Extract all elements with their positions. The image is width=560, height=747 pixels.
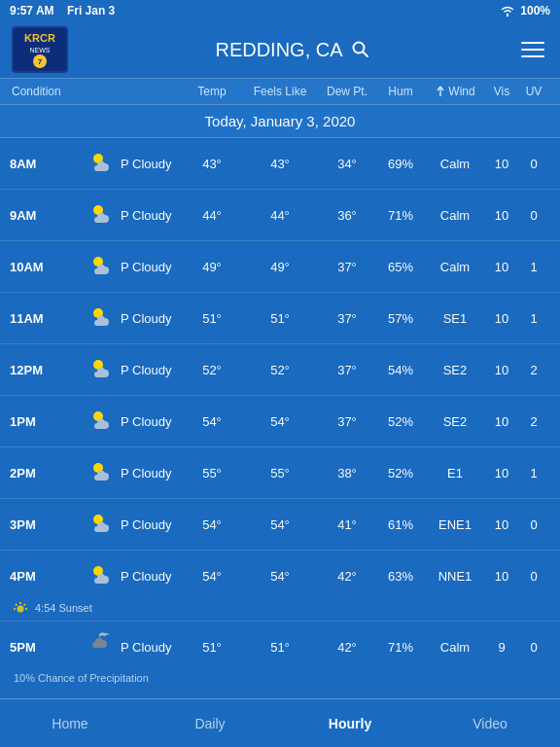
menu-button[interactable] bbox=[517, 38, 548, 61]
weather-icon bbox=[86, 252, 115, 281]
svg-line-22 bbox=[16, 604, 18, 606]
condition-cell: P Cloudy bbox=[86, 458, 183, 487]
status-icons: 100% bbox=[500, 4, 550, 18]
table-row: 11AM P Cloudy 51° 51° 37° 57% SE1 10 1 bbox=[0, 293, 560, 344]
condition-text: P Cloudy bbox=[121, 208, 172, 223]
battery-level: 100% bbox=[520, 4, 550, 18]
col-feels-like: Feels Like bbox=[241, 85, 319, 98]
vis-cell: 10 bbox=[484, 157, 519, 171]
menu-icon bbox=[521, 55, 544, 57]
table-row: 9AM P Cloudy 44° 44° 36° 71% Calm 10 0 bbox=[0, 190, 560, 241]
tab-daily[interactable]: Daily bbox=[140, 699, 280, 747]
svg-text:NEWS: NEWS bbox=[30, 47, 51, 53]
dew-pt-cell: 41° bbox=[319, 517, 375, 532]
date-header-text: Today, January 3, 2020 bbox=[205, 113, 356, 129]
wind-cell: ENE1 bbox=[426, 517, 484, 532]
weather-icon bbox=[86, 632, 115, 661]
condition-text: P Cloudy bbox=[121, 363, 172, 377]
menu-icon bbox=[521, 49, 544, 51]
hum-cell: 69% bbox=[375, 157, 426, 171]
weather-icon bbox=[86, 458, 115, 487]
col-condition-label bbox=[86, 85, 183, 98]
dew-pt-cell: 34° bbox=[319, 157, 375, 171]
table-row: 8AM P Cloudy 43° 43° 34° 69% Calm 10 0 bbox=[0, 138, 560, 190]
feels-like-cell: 54° bbox=[241, 414, 319, 429]
dew-pt-cell: 37° bbox=[319, 414, 375, 429]
hum-cell: 65% bbox=[375, 260, 426, 274]
tab-hourly[interactable]: Hourly bbox=[280, 699, 420, 747]
wind-cell: Calm bbox=[426, 157, 484, 171]
uv-cell: 0 bbox=[519, 157, 548, 171]
condition-cell: P Cloudy bbox=[86, 355, 183, 384]
condition-text: P Cloudy bbox=[121, 569, 172, 584]
dew-pt-cell: 37° bbox=[319, 311, 375, 326]
hum-cell: 57% bbox=[375, 311, 426, 326]
feels-like-cell: 43° bbox=[241, 157, 319, 171]
uv-cell: 1 bbox=[519, 260, 548, 274]
uv-cell: 0 bbox=[519, 640, 548, 655]
svg-line-7 bbox=[363, 53, 368, 57]
temp-cell: 55° bbox=[183, 466, 241, 480]
col-hum: Hum bbox=[375, 85, 426, 98]
temp-cell: 49° bbox=[183, 260, 241, 274]
col-vis: Vis bbox=[484, 85, 519, 98]
col-wind: Wind bbox=[426, 85, 484, 98]
vis-cell: 10 bbox=[484, 414, 519, 429]
hum-cell: 71% bbox=[375, 640, 426, 655]
app-header: KRCR NEWS 7 REDDING, CA bbox=[0, 21, 560, 78]
table-row: 2PM P Cloudy 55° 55° 38° 52% E1 10 1 bbox=[0, 447, 560, 499]
uv-cell: 2 bbox=[519, 414, 548, 429]
condition-cell: P Cloudy bbox=[86, 561, 183, 590]
tab-video[interactable]: Video bbox=[420, 699, 560, 747]
hum-cell: 63% bbox=[375, 569, 426, 584]
time-cell: 5PM bbox=[8, 640, 86, 655]
col-temp: Temp bbox=[183, 85, 241, 98]
column-headers: Condition Temp Feels Like Dew Pt. Hum Wi… bbox=[0, 78, 560, 105]
time-cell: 10AM bbox=[8, 260, 86, 274]
tab-home[interactable]: Home bbox=[0, 699, 140, 747]
hum-cell: 52% bbox=[375, 414, 426, 429]
vis-cell: 10 bbox=[484, 208, 519, 223]
hum-cell: 54% bbox=[375, 363, 426, 377]
condition-text: P Cloudy bbox=[121, 466, 172, 480]
condition-text: P Cloudy bbox=[121, 260, 172, 274]
weather-rows: 8AM P Cloudy 43° 43° 34° 69% Calm 10 0 9… bbox=[0, 138, 560, 689]
vis-cell: 10 bbox=[484, 311, 519, 326]
vis-cell: 10 bbox=[484, 260, 519, 274]
temp-cell: 51° bbox=[183, 311, 241, 326]
dew-pt-cell: 37° bbox=[319, 260, 375, 274]
feels-like-cell: 54° bbox=[241, 517, 319, 532]
vis-cell: 10 bbox=[484, 569, 519, 584]
dew-pt-cell: 42° bbox=[319, 640, 375, 655]
table-row: 5PM P Cloudy 51° 51° 42° 71% Calm 9 0 10… bbox=[0, 622, 560, 689]
svg-line-23 bbox=[24, 604, 26, 606]
svg-text:7: 7 bbox=[38, 57, 43, 66]
weather-icon bbox=[86, 200, 115, 230]
feels-like-cell: 51° bbox=[241, 311, 319, 326]
wind-cell: Calm bbox=[426, 260, 484, 274]
svg-point-20 bbox=[18, 606, 24, 613]
condition-text: P Cloudy bbox=[121, 157, 172, 171]
status-bar: 9:57 AM Fri Jan 3 100% bbox=[0, 0, 560, 21]
vis-cell: 10 bbox=[484, 517, 519, 532]
extra-info: 10% Chance of Precipitation bbox=[0, 672, 560, 689]
time-cell: 11AM bbox=[8, 311, 86, 326]
feels-like-cell: 55° bbox=[241, 466, 319, 480]
dew-pt-cell: 38° bbox=[319, 466, 375, 480]
col-condition: Condition bbox=[8, 85, 86, 98]
status-time-date: 9:57 AM Fri Jan 3 bbox=[10, 4, 115, 18]
condition-text: P Cloudy bbox=[121, 640, 172, 655]
wind-cell: E1 bbox=[426, 466, 484, 480]
hum-cell: 52% bbox=[375, 466, 426, 480]
extra-info: 4:54 Sunset bbox=[0, 601, 560, 621]
vis-cell: 10 bbox=[484, 363, 519, 377]
temp-cell: 54° bbox=[183, 414, 241, 429]
temp-cell: 52° bbox=[183, 363, 241, 377]
time-cell: 12PM bbox=[8, 363, 86, 377]
temp-cell: 54° bbox=[183, 517, 241, 532]
table-row: 10AM P Cloudy 49° 49° 37° 65% Calm 10 1 bbox=[0, 241, 560, 293]
search-icon[interactable] bbox=[351, 40, 370, 59]
uv-cell: 1 bbox=[519, 466, 548, 480]
feels-like-cell: 52° bbox=[241, 363, 319, 377]
feels-like-cell: 51° bbox=[241, 640, 319, 655]
